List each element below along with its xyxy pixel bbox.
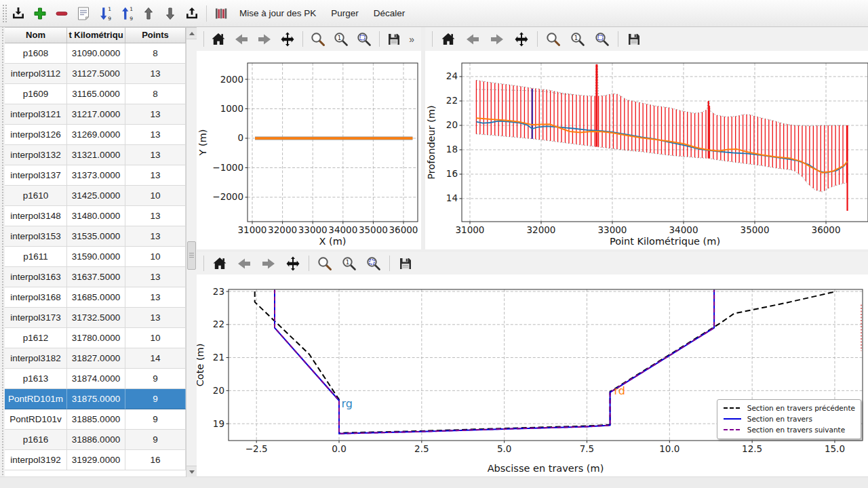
table-row[interactable]: p161231780.000010 xyxy=(5,328,197,348)
zoom-selection-icon[interactable] xyxy=(593,30,611,48)
svg-text:−2.5: −2.5 xyxy=(245,443,268,454)
left-splitter-handle[interactable] xyxy=(0,27,5,476)
toolbar-grip-handle[interactable] xyxy=(1,3,7,24)
table-scrollbar[interactable] xyxy=(186,28,197,477)
save-icon[interactable] xyxy=(386,30,402,48)
svg-text:21: 21 xyxy=(213,352,224,363)
zoom-original-icon[interactable]: 1 xyxy=(340,255,358,272)
scroll-up-button[interactable] xyxy=(186,28,197,39)
export-icon[interactable] xyxy=(182,3,202,24)
profile-plot-toolbar: 1 xyxy=(425,27,868,51)
update-pk-button[interactable]: Mise à jour des PK xyxy=(232,4,323,22)
table-row[interactable]: interpol318231827.000014 xyxy=(5,348,197,369)
zoom-icon[interactable] xyxy=(545,30,562,48)
add-icon[interactable] xyxy=(30,3,50,24)
table-row[interactable]: interpol315331535.000013 xyxy=(5,226,197,247)
purge-button[interactable]: Purger xyxy=(323,4,366,22)
triangle-down-icon xyxy=(189,470,195,474)
save-icon[interactable] xyxy=(397,255,414,272)
pan-icon[interactable] xyxy=(279,30,296,48)
toolbar-separator xyxy=(432,31,433,47)
pan-icon[interactable] xyxy=(513,30,530,48)
back-icon[interactable] xyxy=(233,30,250,48)
table-row[interactable]: p161631886.00009 xyxy=(5,430,197,450)
zoom-icon[interactable] xyxy=(316,255,334,272)
toolbar-separator xyxy=(537,31,538,47)
move-up-icon[interactable] xyxy=(138,3,159,24)
triangle-up-icon xyxy=(189,32,195,35)
save-icon[interactable] xyxy=(625,30,643,48)
remove-icon[interactable] xyxy=(52,3,72,24)
table-row[interactable]: PontRD101v31885.00009 xyxy=(5,409,197,430)
table-row[interactable]: interpol314831480.000013 xyxy=(5,206,197,226)
column-header-nom[interactable]: Nom xyxy=(5,28,67,43)
table-row[interactable]: interpol312131217.000013 xyxy=(5,104,197,125)
forward-icon[interactable] xyxy=(256,30,273,48)
forward-icon[interactable] xyxy=(488,30,506,48)
table-row[interactable]: interpol313731373.000013 xyxy=(5,165,197,186)
sections-icon[interactable] xyxy=(211,3,231,24)
cell-pk: 31590.0000 xyxy=(67,247,125,267)
pan-icon[interactable] xyxy=(284,255,302,272)
table-row[interactable]: interpol317331732.500013 xyxy=(5,308,197,328)
svg-text:2000: 2000 xyxy=(220,74,243,85)
cell-nom: p1611 xyxy=(5,247,67,267)
cell-nom: interpol3132 xyxy=(5,145,67,165)
home-icon[interactable] xyxy=(439,30,457,48)
profile-plot-panel: 1 31000320003300034000350003600014161820… xyxy=(425,27,868,249)
table-row[interactable]: interpol312631269.000013 xyxy=(5,125,197,145)
back-icon[interactable] xyxy=(464,30,481,48)
svg-text:1: 1 xyxy=(130,6,133,12)
cell-points: 8 xyxy=(125,84,186,104)
section-plot-canvas[interactable]: rgrd−2.50.02.55.07.510.012.515.019202122… xyxy=(197,274,868,476)
import-icon[interactable] xyxy=(8,3,28,24)
table-row[interactable]: p161331874.00009 xyxy=(5,369,197,389)
back-icon[interactable] xyxy=(235,255,253,272)
plot-legend: Section en travers précédenteSection en … xyxy=(717,399,861,439)
cell-points: 13 xyxy=(125,165,186,186)
scrollbar-thumb[interactable] xyxy=(187,241,196,270)
table-row[interactable]: p160931165.00008 xyxy=(5,84,197,104)
table-row[interactable]: interpol316331637.500013 xyxy=(5,267,197,287)
sort-ascending-icon[interactable]: 19 xyxy=(117,3,137,24)
cell-pk: 31269.0000 xyxy=(67,125,125,145)
cell-pk: 31929.0000 xyxy=(67,450,125,470)
trace-plot-canvas[interactable]: 310003200033000340003500036000200010000−… xyxy=(197,51,421,249)
profile-plot-canvas[interactable]: 3100032000330003400035000360001416182022… xyxy=(425,51,868,249)
zoom-selection-icon[interactable] xyxy=(356,30,372,48)
table-row[interactable]: p160831090.00008 xyxy=(5,43,197,64)
cell-pk: 31535.0000 xyxy=(67,226,125,247)
table-row[interactable]: interpol311231127.500013 xyxy=(5,64,197,84)
profiles-table-panel: Nom t Kilométriqu Points p160831090.0000… xyxy=(5,27,197,476)
zoom-original-icon[interactable]: 1 xyxy=(569,30,587,48)
column-header-pk[interactable]: t Kilométriqu xyxy=(67,28,125,43)
column-header-points[interactable]: Points xyxy=(125,28,186,43)
cell-points: 13 xyxy=(125,226,186,247)
home-icon[interactable] xyxy=(210,30,226,48)
shift-button[interactable]: Décaler xyxy=(366,4,413,22)
toolbar-overflow-chevron[interactable]: » xyxy=(409,34,414,45)
table-row[interactable]: p161131590.000010 xyxy=(5,247,197,267)
zoom-selection-icon[interactable] xyxy=(365,255,382,272)
home-icon[interactable] xyxy=(211,255,229,272)
table-row[interactable]: interpol313231321.000013 xyxy=(5,145,197,165)
svg-text:Cote (m): Cote (m) xyxy=(197,344,205,387)
cell-points: 13 xyxy=(125,287,186,308)
table-row[interactable]: interpol319231929.000016 xyxy=(5,450,197,470)
cell-pk: 31425.0000 xyxy=(67,186,125,206)
cell-nom: p1616 xyxy=(5,430,67,450)
table-row-selected[interactable]: PontRD101m31875.00009 xyxy=(5,389,197,409)
cell-points: 16 xyxy=(125,450,186,470)
zoom-original-icon[interactable]: 1 xyxy=(333,30,349,48)
scroll-down-button[interactable] xyxy=(186,466,197,477)
zoom-icon[interactable] xyxy=(310,30,326,48)
forward-icon[interactable] xyxy=(260,255,277,272)
edit-icon[interactable] xyxy=(73,3,94,24)
svg-text:Profondeur (m): Profondeur (m) xyxy=(426,105,437,180)
table-row[interactable]: interpol316831685.000013 xyxy=(5,287,197,308)
sort-descending-icon[interactable]: 19 xyxy=(95,3,115,24)
table-row[interactable]: p161031425.000010 xyxy=(5,186,197,206)
move-down-icon[interactable] xyxy=(160,3,180,24)
svg-text:10.0: 10.0 xyxy=(659,443,679,454)
svg-text:35000: 35000 xyxy=(359,224,388,235)
